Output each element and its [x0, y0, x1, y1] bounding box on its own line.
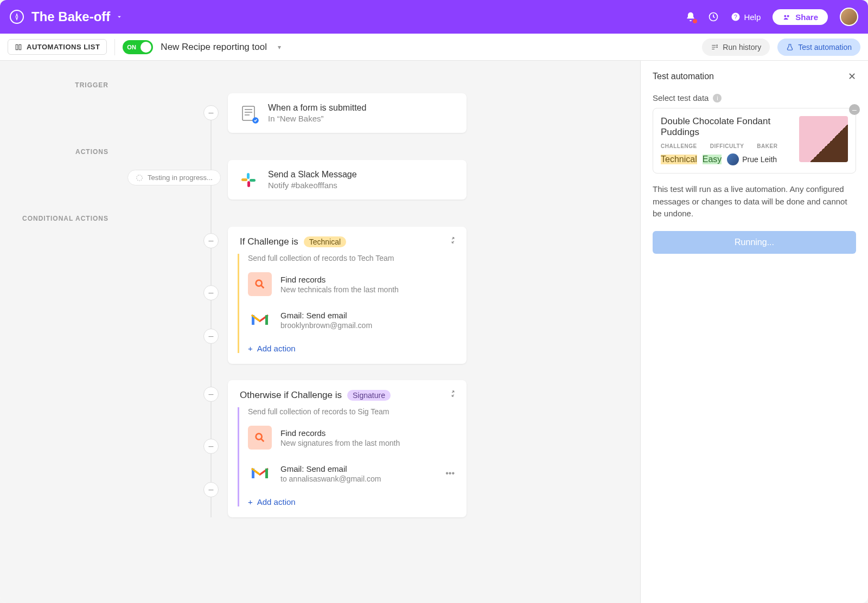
tag-signature: Signature	[347, 390, 391, 401]
test-automation-button[interactable]: Test automation	[777, 39, 860, 56]
trigger-sub: In “New Bakes”	[268, 114, 366, 123]
test-warning-text: This test will run as a live automation.…	[653, 183, 856, 220]
find-records-action[interactable]: Find records New signatures from the las…	[248, 426, 455, 450]
svg-rect-17	[241, 178, 247, 181]
find-records-action[interactable]: Find records New technicals from the las…	[248, 272, 455, 296]
record-title: Double Chocolate Fondant Puddings	[661, 116, 792, 138]
plus-icon: +	[248, 344, 253, 353]
baker-value: Prue Leith	[727, 153, 777, 165]
difficulty-value: Easy	[703, 155, 722, 164]
cond-desc: Send full collection of records to Sig T…	[248, 407, 455, 416]
cond-header-text: If Challenge is	[240, 236, 298, 247]
test-record-card[interactable]: – Double Chocolate Fondant Puddings CHAL…	[653, 108, 856, 174]
user-avatar[interactable]	[840, 8, 858, 26]
svg-point-24	[256, 434, 262, 440]
automation-name[interactable]: New Recipe reporting tool	[161, 42, 267, 53]
divider	[114, 39, 115, 55]
svg-text:?: ?	[735, 14, 738, 20]
run-history-button[interactable]: Run history	[702, 39, 770, 56]
add-action-button[interactable]: + Add action	[248, 497, 455, 506]
form-icon	[239, 104, 258, 123]
svg-rect-19	[250, 179, 256, 182]
collapse-icon[interactable]	[449, 236, 457, 244]
remove-record-icon[interactable]: –	[849, 104, 860, 115]
trigger-title: When a form is submitted	[268, 103, 366, 113]
node-marker[interactable]: –	[203, 105, 219, 120]
node-marker[interactable]: –	[203, 285, 219, 300]
history-icon[interactable]	[708, 11, 719, 22]
close-icon[interactable]: ✕	[848, 70, 856, 82]
search-icon	[248, 272, 272, 296]
conditional-card-signature[interactable]: Otherwise if Challenge is Signature Send…	[228, 380, 467, 517]
gmail-icon	[248, 308, 272, 332]
help-button[interactable]: ? Help	[731, 11, 761, 22]
field-label-baker: BAKER	[757, 143, 777, 149]
svg-rect-7	[19, 44, 21, 49]
trigger-card[interactable]: When a form is submitted In “New Bakes”	[228, 93, 467, 133]
plus-icon: +	[248, 497, 253, 506]
svg-point-20	[256, 280, 262, 286]
baker-avatar	[727, 153, 739, 165]
toggle-knob	[141, 42, 151, 53]
testing-progress-chip: Testing in progress...	[127, 170, 221, 185]
notification-dot	[693, 19, 697, 23]
svg-rect-16	[247, 173, 250, 179]
automation-toolbar: AUTOMATIONS LIST ON New Recipe reporting…	[0, 34, 868, 61]
field-label-challenge: CHALLENGE	[661, 143, 697, 149]
add-action-button[interactable]: + Add action	[248, 344, 455, 353]
slack-sub: Notify #bakeofffans	[268, 181, 357, 190]
svg-rect-6	[16, 44, 17, 49]
app-header: The Bake-off ? Help Share	[0, 0, 868, 34]
workspace-title[interactable]: The Bake-off	[31, 9, 110, 24]
svg-point-15	[137, 175, 143, 181]
section-label-conditional: CONDITIONAL ACTIONS	[11, 215, 108, 222]
record-thumbnail	[799, 116, 848, 162]
chevron-down-icon[interactable]: ▾	[278, 43, 281, 51]
test-automation-panel: Test automation ✕ Select test data i – D…	[640, 61, 868, 603]
panel-title: Test automation	[653, 72, 714, 81]
svg-point-9	[717, 47, 717, 47]
gmail-icon	[248, 461, 272, 485]
more-icon[interactable]: •••	[445, 469, 455, 478]
gmail-action[interactable]: Gmail: Send email to annalisaswank@gmail…	[248, 461, 455, 485]
node-marker[interactable]: –	[203, 329, 219, 344]
chevron-down-icon[interactable]	[116, 13, 123, 21]
node-marker[interactable]: –	[203, 233, 219, 248]
slack-icon	[239, 170, 258, 190]
conditional-card-technical[interactable]: If Challenge is Technical Send full coll…	[228, 227, 467, 364]
cond-desc: Send full collection of records to Tech …	[248, 254, 455, 262]
node-marker[interactable]: –	[203, 439, 219, 454]
share-button[interactable]: Share	[773, 9, 828, 25]
info-icon[interactable]: i	[713, 94, 722, 102]
svg-point-5	[787, 15, 789, 17]
compass-icon[interactable]	[10, 10, 24, 24]
search-icon	[248, 426, 272, 450]
automation-on-toggle[interactable]: ON	[123, 40, 153, 54]
tag-technical: Technical	[304, 236, 346, 247]
node-marker[interactable]: –	[203, 387, 219, 402]
node-marker[interactable]: –	[203, 482, 219, 497]
slack-title: Send a Slack Message	[268, 170, 357, 179]
svg-rect-27	[265, 469, 268, 478]
notifications-icon[interactable]	[685, 11, 696, 22]
svg-point-8	[717, 44, 717, 45]
automations-list-button[interactable]: AUTOMATIONS LIST	[8, 39, 107, 55]
section-label-trigger: TRIGGER	[33, 81, 108, 89]
svg-point-4	[784, 15, 787, 17]
challenge-value: Technical	[661, 155, 697, 164]
slack-action-card[interactable]: Send a Slack Message Notify #bakeofffans	[228, 160, 467, 200]
select-test-data-label: Select test data	[653, 93, 709, 102]
svg-line-25	[261, 439, 264, 441]
svg-rect-18	[247, 181, 250, 187]
collapse-icon[interactable]	[449, 390, 457, 397]
svg-line-21	[261, 285, 264, 288]
svg-marker-0	[16, 14, 18, 20]
section-label-actions: ACTIONS	[33, 148, 108, 156]
automation-canvas: TRIGGER – When a form is submitted In	[0, 61, 640, 603]
field-label-difficulty: DIFFICULTY	[710, 143, 744, 149]
gmail-action[interactable]: Gmail: Send email brooklynbrown@gmail.co…	[248, 308, 455, 332]
run-test-button[interactable]: Running...	[653, 231, 856, 254]
svg-rect-23	[265, 315, 268, 325]
cond-header-text: Otherwise if Challenge is	[240, 390, 342, 401]
